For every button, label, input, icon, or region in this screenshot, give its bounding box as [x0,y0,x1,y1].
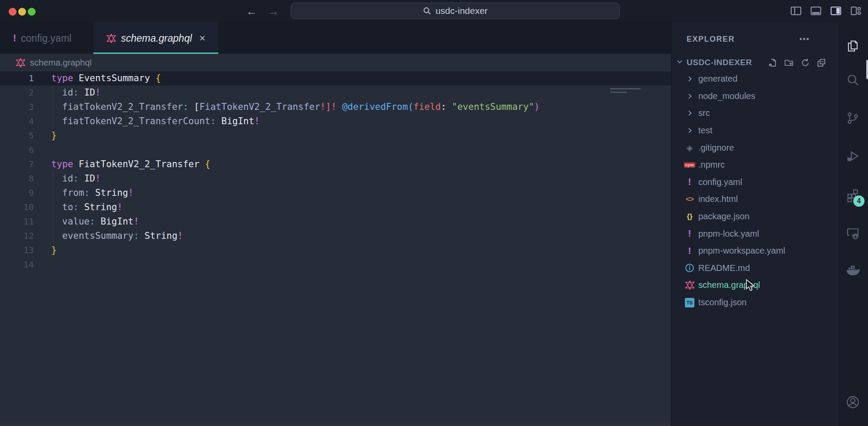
line-number: 1 [0,71,34,86]
activity-docker[interactable] [838,258,868,282]
code-line-text: type EventsSummary { [51,71,161,86]
tree-item-label: package.json [698,211,750,221]
code-line-8[interactable]: 8 id: ID! [0,172,671,186]
breadcrumb-file: schema.graphql [30,58,92,68]
activity-source-control[interactable] [838,106,868,130]
zoom-button[interactable] [28,8,36,16]
code-line-1[interactable]: 1type EventsSummary { [0,71,671,86]
refresh-icon[interactable] [801,58,810,67]
code-line-13[interactable]: 13} [0,243,671,258]
info-icon [683,263,696,273]
tree-file-config.yaml[interactable]: !config.yaml [671,174,837,191]
code-editor[interactable]: 1type EventsSummary {2 id: ID!3 fiatToke… [0,71,671,426]
code-line-5[interactable]: 5} [0,129,671,143]
tree-file-README.md[interactable]: README.md [671,260,837,277]
tab-label: schema.graphql [121,33,192,44]
activity-search[interactable] [838,68,868,92]
tree-file-pnpm-workspace.yaml[interactable]: !pnpm-workspace.yaml [671,242,837,260]
tree-folder-node_modules[interactable]: node_modules [671,88,837,105]
code-line-7[interactable]: 7type FiatTokenV2_2_Transfer { [0,157,671,172]
activity-account[interactable] [838,390,868,414]
code-line-text: fiatTokenV2_2_TransferCount: BigInt! [51,114,260,129]
project-root-row[interactable]: USDC-INDEXER [671,54,837,71]
code-line-6[interactable]: 6 [0,143,671,157]
code-line-10[interactable]: 10 to: String! [0,200,671,215]
chevron-right-icon [683,109,696,117]
graphql-icon [16,58,26,68]
debug-icon [846,149,860,163]
tree-item-label: node_modules [698,91,755,101]
customize-layout-icon[interactable] [850,5,862,17]
line-number: 6 [0,143,34,157]
activity-bar: 4 [838,23,868,426]
explorer-sidebar: EXPLORER ⋯ USDC-INDEXER generatednode_mo… [671,23,838,426]
tree-folder-src[interactable]: src [671,105,837,122]
tree-file-.npmrc[interactable]: npm.npmrc [671,156,837,174]
minimize-button[interactable] [18,8,26,16]
tab-config.yaml[interactable]: !config.yaml [0,23,85,54]
line-number: 2 [0,86,34,100]
new-folder-icon[interactable] [784,58,794,67]
close-button[interactable] [9,8,16,16]
code-line-text: fiatTokenV2_2_Transfer: [FiatTokenV2_2_T… [51,100,539,114]
tree-folder-generated[interactable]: generated [671,70,837,88]
tree-item-label: .gitignore [698,143,734,153]
tree-item-label: tsconfig.json [698,297,746,307]
horizontal-scrollbar[interactable] [0,422,671,426]
tree-item-label: config.yaml [698,177,742,187]
search-input[interactable]: usdc-indexer [291,3,620,19]
toggle-panel-icon[interactable] [810,5,822,17]
tree-item-label: index.html [698,194,738,204]
code-line-text: } [51,243,57,258]
tree-file-package.json[interactable]: {}package.json [671,208,837,225]
code-line-text: id: ID! [51,86,101,100]
code-line-14[interactable]: 14 [0,258,671,272]
code-line-text: value: BigInt! [51,215,139,229]
activity-explorer[interactable] [838,34,868,58]
tree-item-label: pnpm-lock.yaml [698,229,759,239]
tree-file-index.html[interactable]: <>index.html [671,191,837,208]
activity-run-debug[interactable] [838,144,868,168]
code-line-9[interactable]: 9 from: String! [0,186,671,200]
code-line-3[interactable]: 3 fiatTokenV2_2_Transfer: [FiatTokenV2_2… [0,100,671,114]
npm-icon: npm [683,162,696,168]
code-line-4[interactable]: 4 fiatTokenV2_2_TransferCount: BigInt! [0,114,671,129]
collapse-all-icon[interactable] [817,58,826,67]
back-icon[interactable]: ← [244,3,260,19]
files-icon [846,39,860,53]
tree-file-tsconfig.json[interactable]: TStsconfig.json [671,294,837,311]
project-name: USDC-INDEXER [687,58,752,67]
line-number: 14 [0,258,34,272]
close-tab-icon[interactable]: × [199,32,205,44]
tree-folder-test[interactable]: test [671,122,837,139]
tree-file-pnpm-lock.yaml[interactable]: !pnpm-lock.yaml [671,225,837,242]
yaml-icon: ! [683,245,696,257]
code-line-12[interactable]: 12 eventsSummary: String! [0,229,671,243]
breadcrumb[interactable]: schema.graphql [0,54,671,71]
code-line-text: from: String! [51,186,134,200]
file-tree: generatednode_modulessrctest◈.gitignoren… [671,70,837,311]
toggle-primary-sidebar-icon[interactable] [790,5,802,17]
more-actions-icon[interactable]: ⋯ [799,33,810,45]
search-icon [423,7,431,15]
code-line-text: type FiatTokenV2_2_Transfer { [51,157,210,172]
chevron-right-icon [683,127,696,134]
toggle-secondary-sidebar-icon[interactable] [830,5,842,17]
activity-remote-explorer[interactable] [838,221,868,245]
line-number: 3 [0,100,34,114]
activity-extensions[interactable]: 4 [838,183,868,208]
code-line-text: to: String! [51,200,122,215]
chevron-right-icon [683,75,696,83]
code-line-text: eventsSummary: String! [51,229,183,243]
forward-icon[interactable]: → [266,3,281,19]
docker-icon [845,263,860,277]
new-file-icon[interactable] [768,58,777,67]
tree-item-label: README.md [698,263,750,273]
yaml-icon: ! [683,176,696,188]
code-line-2[interactable]: 2 id: ID! [0,86,671,100]
tree-file-.gitignore[interactable]: ◈.gitignore [671,139,837,156]
chevron-right-icon [683,92,696,100]
git-icon: ◈ [683,143,696,153]
code-line-11[interactable]: 11 value: BigInt! [0,215,671,229]
tab-schema.graphql[interactable]: schema.graphql× [93,23,219,54]
